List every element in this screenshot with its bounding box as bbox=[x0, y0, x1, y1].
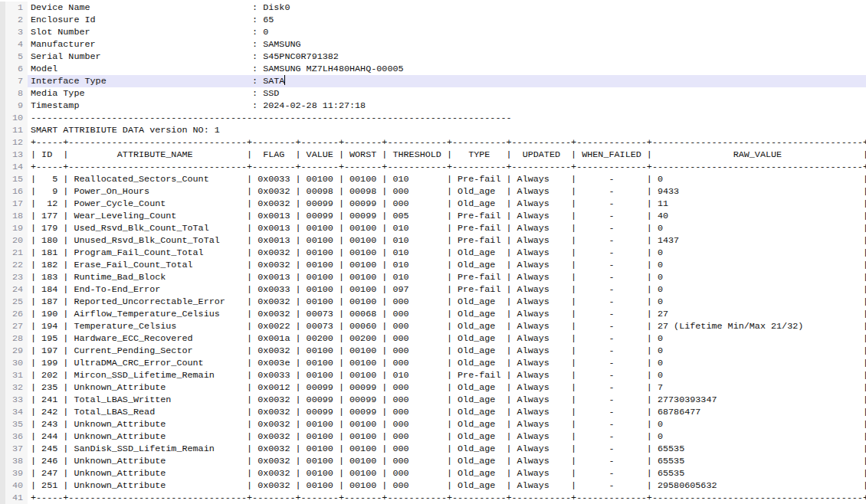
editor-line[interactable]: 4Manufacturer : SAMSUNG bbox=[0, 38, 866, 51]
line-text[interactable]: | 183 | Runtime_Bad_Block | 0x0013 | 001… bbox=[28, 271, 866, 283]
line-number: 37 bbox=[5, 443, 28, 455]
line-text[interactable]: +-----+---------------------------------… bbox=[28, 492, 866, 504]
editor-line[interactable]: 6Model : SAMSUNG MZ7LH480HAHQ-00005 bbox=[0, 63, 866, 75]
editor-line[interactable]: 40| 251 | Unknown_Attribute | 0x0032 | 0… bbox=[0, 479, 866, 492]
line-text[interactable]: | 235 | Unknown_Attribute | 0x0012 | 000… bbox=[28, 381, 866, 394]
editor-line[interactable]: 27| 194 | Temperature_Celsius | 0x0022 |… bbox=[0, 320, 866, 332]
line-text[interactable]: | 182 | Erase_Fail_Count_Total | 0x0032 … bbox=[28, 259, 866, 271]
line-number: 28 bbox=[5, 332, 28, 345]
editor-line[interactable]: 32| 235 | Unknown_Attribute | 0x0012 | 0… bbox=[0, 381, 866, 394]
editor-line[interactable]: 18| 177 | Wear_Leveling_Count | 0x0013 |… bbox=[0, 210, 866, 222]
line-number: 33 bbox=[5, 394, 28, 406]
line-number: 29 bbox=[5, 345, 28, 357]
editor-line[interactable]: 19| 179 | Used_Rsvd_Blk_Count_ToTal | 0x… bbox=[0, 222, 866, 234]
line-text[interactable]: | 245 | SanDisk_SSD_Lifetim_Remain | 0x0… bbox=[28, 443, 866, 455]
line-text[interactable]: Timestamp : 2024-02-28 11:27:18 bbox=[28, 100, 866, 112]
line-text[interactable]: | 179 | Used_Rsvd_Blk_Count_ToTal | 0x00… bbox=[28, 222, 866, 234]
line-text[interactable]: | ID | ATTRIBUTE_NAME | FLAG | VALUE | W… bbox=[28, 149, 866, 161]
editor-line[interactable]: 23| 183 | Runtime_Bad_Block | 0x0013 | 0… bbox=[0, 271, 866, 283]
bookmark-margin bbox=[0, 173, 5, 185]
editor-line[interactable]: 30| 199 | UltraDMA_CRC_Error_Count | 0x0… bbox=[0, 357, 866, 369]
editor-line[interactable]: 20| 180 | Unused_Rsvd_Blk_Count_ToTal | … bbox=[0, 234, 866, 247]
line-number: 4 bbox=[5, 38, 28, 51]
editor-line[interactable]: 2Enclosure Id : 65 bbox=[0, 14, 866, 26]
line-text[interactable]: | 190 | Airflow_Temperature_Celsius | 0x… bbox=[28, 308, 866, 320]
bookmark-margin bbox=[0, 14, 5, 26]
line-text[interactable]: | 194 | Temperature_Celsius | 0x0022 | 0… bbox=[28, 320, 866, 332]
editor-line[interactable]: 14+-----+-------------------------------… bbox=[0, 161, 866, 173]
editor-line[interactable]: 28| 195 | Hardware_ECC_Recovered | 0x001… bbox=[0, 332, 866, 345]
editor-line[interactable]: 12+-----+-------------------------------… bbox=[0, 136, 866, 149]
line-text[interactable]: Model : SAMSUNG MZ7LH480HAHQ-00005 bbox=[28, 63, 866, 75]
line-text[interactable]: | 5 | Reallocated_Sectors_Count | 0x0033… bbox=[28, 173, 866, 185]
editor-line[interactable]: 16| 9 | Power_On_Hours | 0x0032 | 00098 … bbox=[0, 185, 866, 198]
code-editor[interactable]: 1Device Name : Disk02Enclosure Id : 653S… bbox=[0, 0, 866, 504]
editor-line[interactable]: 33| 241 | Total_LBAS_Written | 0x0032 | … bbox=[0, 394, 866, 406]
line-text[interactable]: Slot Number : 0 bbox=[28, 26, 866, 38]
line-text[interactable]: | 244 | Unknown_Attribute | 0x0032 | 001… bbox=[28, 430, 866, 443]
line-text[interactable]: | 247 | Unknown_Attribute | 0x0032 | 001… bbox=[28, 467, 866, 479]
editor-line[interactable]: 35| 243 | Unknown_Attribute | 0x0032 | 0… bbox=[0, 418, 866, 430]
editor-line[interactable]: 34| 242 | Total_LBAS_Read | 0x0032 | 000… bbox=[0, 406, 866, 418]
editor-line[interactable]: 21| 181 | Program_Fail_Count_Total | 0x0… bbox=[0, 247, 866, 259]
line-text[interactable]: Manufacturer : SAMSUNG bbox=[28, 38, 866, 51]
line-number: 24 bbox=[5, 283, 28, 296]
line-text[interactable]: | 202 | Mircon_SSD_Lifetime_Remain | 0x0… bbox=[28, 369, 866, 381]
line-text[interactable]: | 177 | Wear_Leveling_Count | 0x0013 | 0… bbox=[28, 210, 866, 222]
editor-line[interactable]: 22| 182 | Erase_Fail_Count_Total | 0x003… bbox=[0, 259, 866, 271]
line-text[interactable]: | 241 | Total_LBAS_Written | 0x0032 | 00… bbox=[28, 394, 866, 406]
line-text[interactable]: | 242 | Total_LBAS_Read | 0x0032 | 00099… bbox=[28, 406, 866, 418]
editor-line[interactable]: 7Interface Type : SATA bbox=[0, 75, 866, 87]
line-text[interactable]: | 246 | Unknown_Attribute | 0x0032 | 001… bbox=[28, 455, 866, 467]
line-number: 21 bbox=[5, 247, 28, 259]
line-number: 13 bbox=[5, 149, 28, 161]
bookmark-margin bbox=[0, 418, 5, 430]
editor-line[interactable]: 10--------------------------------------… bbox=[0, 112, 866, 124]
bookmark-margin bbox=[0, 492, 5, 504]
editor-line[interactable]: 38| 246 | Unknown_Attribute | 0x0032 | 0… bbox=[0, 455, 866, 467]
editor-line[interactable]: 1Device Name : Disk0 bbox=[0, 2, 866, 14]
editor-line[interactable]: 15| 5 | Reallocated_Sectors_Count | 0x00… bbox=[0, 173, 866, 185]
editor-line[interactable]: 25| 187 | Reported_Uncorrectable_Error |… bbox=[0, 296, 866, 308]
line-text[interactable]: | 195 | Hardware_ECC_Recovered | 0x001a … bbox=[28, 332, 866, 345]
line-text[interactable]: +-----+---------------------------------… bbox=[28, 136, 866, 149]
editor-line[interactable]: 37| 245 | SanDisk_SSD_Lifetim_Remain | 0… bbox=[0, 443, 866, 455]
bookmark-margin bbox=[0, 406, 5, 418]
line-text[interactable]: | 9 | Power_On_Hours | 0x0032 | 00098 | … bbox=[28, 185, 866, 198]
editor-line[interactable]: 29| 197 | Current_Pending_Sector | 0x003… bbox=[0, 345, 866, 357]
line-text[interactable]: | 243 | Unknown_Attribute | 0x0032 | 001… bbox=[28, 418, 866, 430]
line-text[interactable]: SMART ATTRIBIUTE DATA version NO: 1 bbox=[28, 124, 866, 136]
line-number: 14 bbox=[5, 161, 28, 173]
line-text[interactable]: Serial Number : S45PNC0R791382 bbox=[28, 51, 866, 63]
line-text[interactable]: | 251 | Unknown_Attribute | 0x0032 | 001… bbox=[28, 479, 866, 492]
line-text[interactable]: | 197 | Current_Pending_Sector | 0x0032 … bbox=[28, 345, 866, 357]
line-number: 32 bbox=[5, 381, 28, 394]
editor-line[interactable]: 13| ID | ATTRIBUTE_NAME | FLAG | VALUE |… bbox=[0, 149, 866, 161]
line-text[interactable]: Enclosure Id : 65 bbox=[28, 14, 866, 26]
line-text[interactable]: | 184 | End-To-End_Error | 0x0033 | 0010… bbox=[28, 283, 866, 296]
line-text[interactable]: Interface Type : SATA bbox=[28, 75, 866, 87]
line-text[interactable]: | 187 | Reported_Uncorrectable_Error | 0… bbox=[28, 296, 866, 308]
line-text[interactable]: Media Type : SSD bbox=[28, 87, 866, 100]
editor-line[interactable]: 24| 184 | End-To-End_Error | 0x0033 | 00… bbox=[0, 283, 866, 296]
editor-line[interactable]: 31| 202 | Mircon_SSD_Lifetime_Remain | 0… bbox=[0, 369, 866, 381]
line-text[interactable]: | 180 | Unused_Rsvd_Blk_Count_ToTal | 0x… bbox=[28, 234, 866, 247]
editor-line[interactable]: 41+-----+-------------------------------… bbox=[0, 492, 866, 504]
line-number: 18 bbox=[5, 210, 28, 222]
editor-line[interactable]: 11SMART ATTRIBIUTE DATA version NO: 1 bbox=[0, 124, 866, 136]
editor-line[interactable]: 3Slot Number : 0 bbox=[0, 26, 866, 38]
line-text[interactable]: +-----+---------------------------------… bbox=[28, 161, 866, 173]
line-text[interactable]: | 12 | Power_Cycle_Count | 0x0032 | 0009… bbox=[28, 198, 866, 210]
editor-line[interactable]: 26| 190 | Airflow_Temperature_Celsius | … bbox=[0, 308, 866, 320]
bookmark-margin bbox=[0, 51, 5, 63]
line-text[interactable]: ----------------------------------------… bbox=[28, 112, 866, 124]
editor-line[interactable]: 8Media Type : SSD bbox=[0, 87, 866, 100]
line-text[interactable]: Device Name : Disk0 bbox=[28, 2, 866, 14]
line-text[interactable]: | 199 | UltraDMA_CRC_Error_Count | 0x003… bbox=[28, 357, 866, 369]
editor-line[interactable]: 17| 12 | Power_Cycle_Count | 0x0032 | 00… bbox=[0, 198, 866, 210]
editor-line[interactable]: 9Timestamp : 2024-02-28 11:27:18 bbox=[0, 100, 866, 112]
editor-line[interactable]: 36| 244 | Unknown_Attribute | 0x0032 | 0… bbox=[0, 430, 866, 443]
editor-line[interactable]: 39| 247 | Unknown_Attribute | 0x0032 | 0… bbox=[0, 467, 866, 479]
line-text[interactable]: | 181 | Program_Fail_Count_Total | 0x003… bbox=[28, 247, 866, 259]
editor-line[interactable]: 5Serial Number : S45PNC0R791382 bbox=[0, 51, 866, 63]
